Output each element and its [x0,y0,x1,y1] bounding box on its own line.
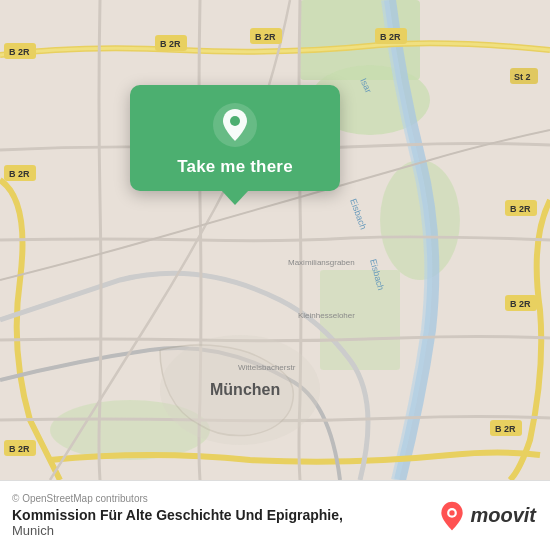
bottom-bar: © OpenStreetMap contributors Kommission … [0,480,550,550]
svg-text:B 2R: B 2R [510,204,531,214]
svg-text:B 2R: B 2R [9,444,30,454]
svg-text:B 2R: B 2R [9,169,30,179]
place-name: Kommission Für Alte Geschichte Und Epigr… [12,507,343,523]
moovit-pin-icon [438,500,466,532]
svg-text:B 2R: B 2R [160,39,181,49]
svg-point-35 [230,116,240,126]
popup-card[interactable]: Take me there [130,85,340,191]
svg-text:Maximiliansgraben: Maximiliansgraben [288,258,355,267]
moovit-wordmark: moovit [470,504,536,527]
location-pin-icon [213,103,257,147]
osm-attribution: © OpenStreetMap contributors [12,493,343,504]
svg-point-37 [450,510,455,515]
svg-text:B 2R: B 2R [380,32,401,42]
svg-text:München: München [210,381,280,398]
popup-label: Take me there [177,157,293,177]
svg-text:Kleinhesseloher: Kleinhesseloher [298,311,355,320]
map-view: München B 2R B 2R B 2R B 2R B 2R B 2R B … [0,0,550,480]
svg-text:B 2R: B 2R [495,424,516,434]
svg-text:St 2: St 2 [514,72,531,82]
svg-text:B 2R: B 2R [255,32,276,42]
svg-rect-4 [320,270,400,370]
svg-text:B 2R: B 2R [510,299,531,309]
place-info: © OpenStreetMap contributors Kommission … [12,493,343,538]
place-city: Munich [12,523,343,538]
moovit-logo: moovit [438,500,536,532]
svg-text:B 2R: B 2R [9,47,30,57]
svg-text:Wittelsbacherstr: Wittelsbacherstr [238,363,296,372]
